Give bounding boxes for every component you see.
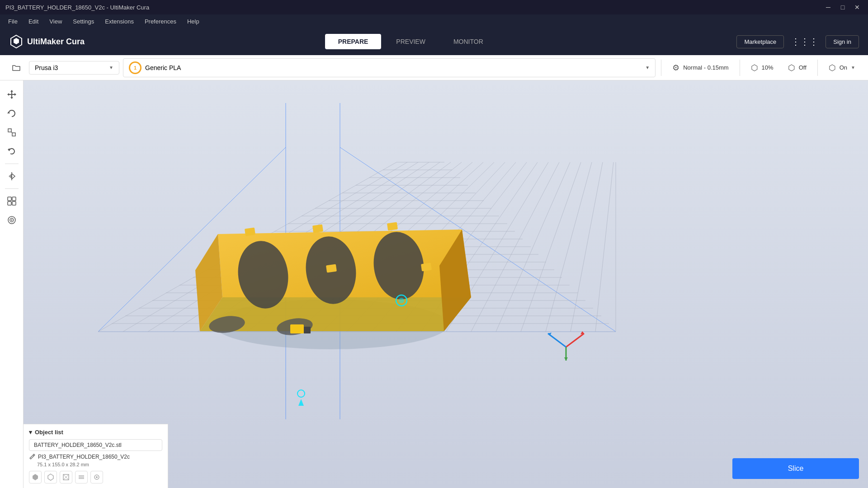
support-selector[interactable]: ⬡ 10% [745,60,779,75]
object-file-button[interactable]: BATTERY_HOLDER_18650_V2c.stl [29,439,162,451]
material-name: Generic PLA [145,64,642,71]
view-material-button[interactable] [90,471,103,483]
svg-rect-10 [12,133,15,136]
view-xray-button[interactable] [44,471,57,483]
view-solid-button[interactable] [29,471,42,483]
mirror-tool-button[interactable] [3,168,20,185]
svg-marker-8 [7,112,10,113]
svg-rect-19 [12,202,16,205]
nav-tabs: PREPARE PREVIEW MONITOR [325,34,496,49]
svg-rect-85 [387,222,398,231]
support-icon: ⬡ [751,63,758,73]
marketplace-button[interactable]: Marketplace [736,35,784,48]
slice-button[interactable]: Slice [732,458,859,479]
move-tool-button[interactable] [3,86,20,103]
svg-marker-14 [9,174,12,179]
folder-icon [11,63,21,73]
xray-view-icon [47,474,54,481]
signin-button[interactable]: Sign in [826,35,859,48]
tab-monitor[interactable]: MONITOR [440,34,496,49]
print-setup-icon: ⬡ [829,63,836,73]
restore-button[interactable]: □ [837,2,848,13]
move-icon [7,89,17,99]
main-area: ▾ Object list BATTERY_HOLDER_18650_V2c.s… [0,80,868,488]
header-right: Marketplace ⋮⋮⋮ Sign in [736,34,859,49]
svg-rect-82 [245,228,255,236]
minimize-button[interactable]: ─ [823,2,834,13]
svg-rect-16 [8,197,11,201]
logo: UltiMaker Cura [9,34,85,49]
wireframe-icon [62,474,70,481]
view-wireframe-button[interactable] [60,471,72,483]
object-name: PI3_BATTERY_HOLDER_18650_V2c [38,454,130,460]
material-icon: 1 [129,61,142,74]
svg-rect-83 [312,225,323,233]
per-model-settings-button[interactable] [3,192,20,210]
edit-icon [29,454,35,460]
support-tool-button[interactable] [3,211,20,229]
svg-rect-17 [12,197,16,201]
support-value: 10% [762,64,774,71]
object-list-header[interactable]: ▾ Object list [29,429,162,436]
view-layer-button[interactable] [75,471,88,483]
object-dimensions: 75.1 x 155.0 x 28.2 mm [37,462,162,467]
scale-icon [7,127,17,137]
menu-settings[interactable]: Settings [68,16,99,27]
menu-view[interactable]: View [45,16,66,27]
menu-preferences[interactable]: Preferences [140,16,181,27]
svg-marker-15 [12,174,15,179]
svg-marker-5 [10,97,13,99]
left-toolbar [0,80,24,488]
toolbar: Prusa i3 ▼ 1 Generic PLA ▼ ⚙ Normal - 0.… [0,55,868,80]
svg-marker-101 [33,474,38,480]
grid-icon[interactable]: ⋮⋮⋮ [789,34,820,49]
svg-point-92 [399,298,404,303]
svg-rect-9 [8,129,11,132]
svg-marker-7 [14,93,16,96]
close-button[interactable]: ✕ [852,2,863,13]
svg-rect-90 [304,327,311,333]
print-setup-chevron: ▼ [851,65,855,70]
mirror-icon [7,171,17,181]
svg-point-110 [96,476,98,478]
profile-settings-icon: ⚙ [672,63,679,73]
menu-file[interactable]: File [4,16,22,27]
printer-selector[interactable]: Prusa i3 ▼ [29,61,119,75]
undo-button[interactable] [3,143,20,160]
on-label: On [840,64,847,71]
svg-rect-86 [421,263,432,272]
tool-separator-1 [5,164,19,164]
object-list-panel: ▾ Object list BATTERY_HOLDER_18650_V2c.s… [24,424,168,488]
viewport-canvas[interactable]: ▾ Object list BATTERY_HOLDER_18650_V2c.s… [24,80,868,488]
svg-marker-12 [8,148,9,151]
open-folder-button[interactable] [7,59,25,77]
menu-edit[interactable]: Edit [24,16,43,27]
titlebar: PI3_BATTERY_HOLDER_18650_V2c - UltiMaker… [0,0,868,14]
print-setup-selector[interactable]: ⬡ On ▼ [823,60,861,75]
rotate-tool-button[interactable] [3,105,20,122]
menu-extensions[interactable]: Extensions [100,16,138,27]
object-list-label: Object list [35,429,63,436]
rotate-icon [7,108,17,118]
adhesion-selector[interactable]: ⬡ Off [783,60,812,75]
logo-text: UltiMaker Cura [27,37,85,47]
per-model-icon [7,196,17,206]
object-name-row: PI3_BATTERY_HOLDER_18650_V2c [29,454,162,460]
svg-rect-89 [290,324,304,333]
menu-help[interactable]: Help [183,16,204,27]
svg-line-11 [11,132,12,133]
svg-rect-18 [8,202,11,205]
view-mode-buttons [29,471,162,483]
material-icon [93,474,100,481]
toolbar-divider-3 [817,60,818,76]
tab-preview[interactable]: PREVIEW [383,34,439,49]
svg-marker-4 [10,90,13,92]
svg-marker-102 [48,474,53,480]
solid-view-icon [32,474,39,481]
menubar: File Edit View Settings Extensions Prefe… [0,14,868,28]
material-selector[interactable]: 1 Generic PLA ▼ [123,58,656,77]
tab-prepare[interactable]: PREPARE [325,34,382,49]
profile-selector[interactable]: ⚙ Normal - 0.15mm [667,60,734,75]
scale-tool-button[interactable] [3,124,20,141]
collapse-icon: ▾ [29,429,32,436]
